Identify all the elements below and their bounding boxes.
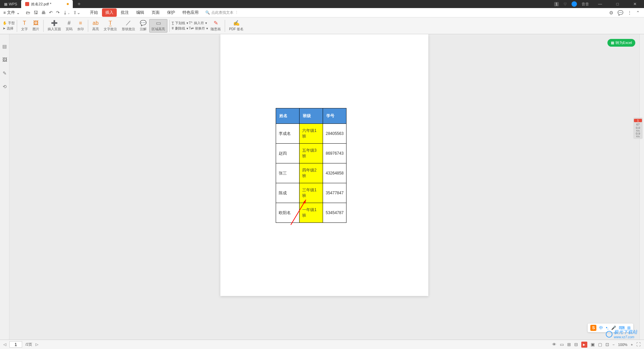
content-area: ▤ 🖼 ✎ ⟲ 姓名 班级 学号 李成名六年级1班28405563 赵四五年级3…	[0, 34, 644, 340]
header-id: 学号	[323, 108, 346, 124]
undo-icon[interactable]: ↶	[49, 10, 53, 15]
tab-start[interactable]: 开始	[87, 8, 101, 17]
titlebar: ▦ WPS 姓名22.pdf * + 1 ♡ 音音 — □ ✕	[0, 0, 644, 8]
tab-edit[interactable]: 编辑	[133, 8, 148, 17]
area-highlight[interactable]: ▭区域高亮	[149, 19, 167, 33]
hand-tool[interactable]: ✋手型	[3, 21, 15, 26]
file-menu[interactable]: ≡ 文件 ⌄	[0, 10, 23, 15]
watermark[interactable]: ≡水印	[75, 19, 86, 32]
highlight-icon: ab	[93, 20, 99, 26]
cloud-icon[interactable]: ♡	[564, 2, 567, 6]
perf-badge: 1	[634, 119, 642, 122]
wps-icon: ▦	[4, 2, 7, 6]
document-tab[interactable]: 姓名22.pdf *	[21, 0, 73, 8]
layout2-icon[interactable]: ⊞	[567, 342, 571, 347]
user-name[interactable]: 音音	[582, 2, 589, 7]
print-icon[interactable]: 🖶	[41, 10, 46, 15]
insert-image[interactable]: 🖼图片	[31, 19, 41, 32]
comment-icon: 💬	[140, 20, 147, 26]
menubar: ≡ 文件 ⌄ 🗁 🖫 🖶 ↶ ↷ ⭳⌄ ⇪⌄ 开始 插入 批注 编辑 页面 保护…	[0, 8, 644, 17]
thumbnails-icon[interactable]: ▤	[2, 44, 7, 49]
new-tab-button[interactable]: +	[73, 1, 85, 7]
table-header-row: 姓名 班级 学号	[276, 108, 346, 124]
eye-icon[interactable]: 👁	[552, 342, 556, 347]
redo-icon[interactable]: ↷	[56, 10, 60, 15]
attachments-icon[interactable]: ✎	[3, 70, 7, 76]
settings-icon[interactable]: ⚙	[609, 10, 613, 15]
watermark-icon: ≡	[79, 20, 82, 26]
insert-mark-tool[interactable]: T^插入符▾	[189, 21, 208, 26]
page-input[interactable]	[9, 341, 22, 348]
svg-line-0	[291, 200, 306, 225]
play-button[interactable]: ▶	[581, 342, 587, 348]
insert-page[interactable]: ➕插入页面	[46, 19, 63, 32]
feedback-icon[interactable]: 💬	[618, 10, 623, 15]
export-icon[interactable]: ⭳⌄	[63, 10, 70, 15]
strike-tool[interactable]: T̶删除线▾	[172, 26, 188, 31]
annotation-arrow-icon	[289, 196, 309, 227]
tab-protect[interactable]: 保护	[164, 8, 178, 17]
ime-lang[interactable]: 中	[599, 325, 603, 331]
textannot-icon: T̲	[109, 20, 112, 26]
left-sidebar: ▤ 🖼 ✎ ⟲	[0, 34, 9, 340]
comments-icon[interactable]: ⟲	[3, 84, 7, 89]
layout1-icon[interactable]: ▭	[560, 342, 564, 347]
fit-icon[interactable]: ⊡	[605, 342, 609, 347]
table-row: 李成名六年级1班28405563	[276, 124, 346, 144]
more-icon[interactable]: ⋮	[627, 10, 632, 15]
bookmarks-icon[interactable]: 🖼	[2, 57, 7, 62]
zoom-in-icon[interactable]: +	[631, 343, 633, 347]
tab-insert[interactable]: 插入	[102, 8, 117, 17]
maximize-button[interactable]: □	[611, 2, 624, 6]
shape-annotation[interactable]: ／形状批注	[120, 19, 137, 32]
scrollbar[interactable]	[639, 34, 644, 340]
notification-badge[interactable]: 1	[554, 2, 559, 6]
convert-to-excel-button[interactable]: ▦ 转为Excel	[607, 39, 635, 47]
save-icon[interactable]: 🖫	[34, 10, 38, 15]
text-icon: T	[23, 20, 26, 26]
pdf-sign[interactable]: ✍PDF 签名	[227, 19, 246, 32]
tab-annotation[interactable]: 批注	[117, 8, 132, 17]
tab-features[interactable]: 特色应用	[179, 8, 202, 17]
fit-width-icon[interactable]: ▣	[591, 342, 595, 347]
share-icon[interactable]: ⇪⌄	[73, 10, 80, 15]
header-name: 姓名	[276, 108, 300, 124]
document-canvas[interactable]: 姓名 班级 学号 李成名六年级1班28405563 赵四五年级3班8697674…	[9, 34, 639, 340]
next-page-icon[interactable]: ▷	[36, 342, 38, 347]
data-table: 姓名 班级 学号 李成名六年级1班28405563 赵四五年级3班8697674…	[276, 108, 346, 223]
search-box[interactable]: 🔍 点此查找文本 ⋮	[205, 10, 238, 15]
sign-icon: ✍	[233, 20, 240, 26]
replace-mark-tool[interactable]: T⇄替换符▾	[189, 26, 208, 31]
caret-icon: T^	[189, 21, 193, 25]
statusbar: ◁ /2页 ▷ 👁 ▭ ⊞ ⊟ ▶ ▣ ▢ ⊡ − 100% + ⛶	[0, 340, 644, 349]
table-row: 张三四年级2班43264858	[276, 163, 346, 183]
area-icon: ▭	[156, 20, 161, 26]
fullscreen-icon[interactable]: ⛶	[636, 342, 641, 347]
select-tool[interactable]: ➤选择	[3, 26, 15, 31]
page-number[interactable]: #页码	[64, 19, 74, 32]
hand-icon: ✋	[3, 21, 7, 25]
insert-text[interactable]: T文字	[19, 19, 30, 32]
close-button[interactable]: ✕	[629, 2, 641, 6]
collapse-ribbon-icon[interactable]: ⌃	[636, 10, 640, 15]
page-total: /2页	[25, 342, 32, 347]
replace-icon: T⇄	[189, 27, 194, 30]
underline-tool[interactable]: T̲下划线▾	[172, 21, 188, 26]
page-icon: ➕	[51, 20, 58, 26]
pencil-icon: ✎	[214, 20, 218, 26]
layout3-icon[interactable]: ⊟	[574, 342, 578, 347]
highlight[interactable]: ab高亮	[90, 19, 101, 32]
performance-widget[interactable]: 1 67 0.0 K/s 0.9 K/s	[633, 117, 643, 139]
modified-indicator-icon	[67, 3, 69, 5]
fit-page-icon[interactable]: ▢	[598, 342, 602, 347]
tab-page[interactable]: 页面	[148, 8, 163, 17]
open-icon[interactable]: 🗁	[26, 10, 30, 15]
text-annotation[interactable]: T̲文字批注	[102, 19, 119, 32]
minimize-button[interactable]: —	[594, 2, 606, 6]
user-avatar-icon[interactable]	[572, 1, 577, 7]
table-row: 陈成三年级1班35477847	[276, 183, 346, 203]
freehand[interactable]: ✎随意画	[209, 19, 223, 32]
annotate[interactable]: 💬注解	[138, 19, 149, 32]
zoom-out-icon[interactable]: −	[612, 343, 614, 347]
prev-page-icon[interactable]: ◁	[3, 342, 6, 347]
